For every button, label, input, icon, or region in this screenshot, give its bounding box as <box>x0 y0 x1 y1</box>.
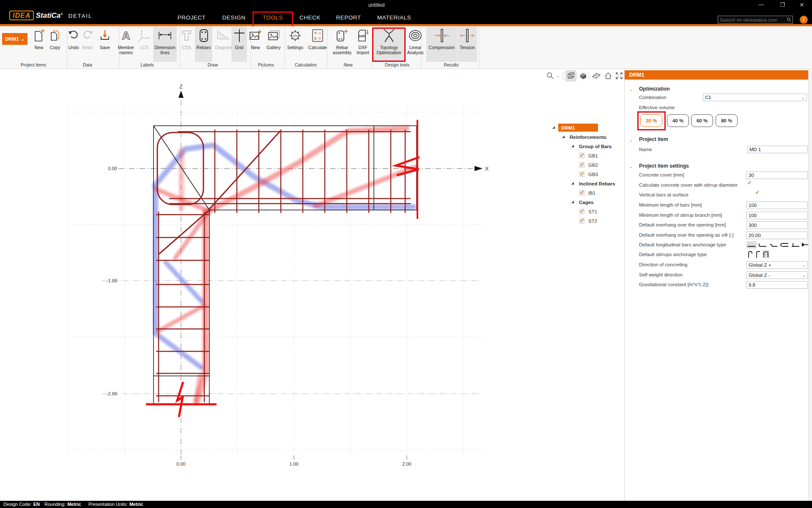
tree-item-group-of-bars[interactable]: Group of Bars <box>579 142 612 150</box>
checkbox-checked-icon[interactable] <box>579 162 584 168</box>
self-weight-direction-select[interactable]: Global Z -⌄ <box>746 271 808 279</box>
tree-expander[interactable] <box>571 201 574 203</box>
min-length-bars-input[interactable] <box>746 202 808 209</box>
dimension-lines-button[interactable]: Dimension lines <box>153 27 177 55</box>
concrete-cover-input[interactable] <box>746 171 808 179</box>
search-icon[interactable] <box>787 17 791 23</box>
save-button[interactable]: Save <box>96 27 113 50</box>
checkbox-checked-icon[interactable] <box>579 209 584 214</box>
name-input[interactable] <box>747 146 808 153</box>
name-label: Name <box>639 147 652 152</box>
checkbox-checked-icon[interactable] <box>579 190 584 196</box>
panel-scrollbar[interactable] <box>808 69 812 501</box>
menu-materials[interactable]: MATERIALS <box>377 14 411 21</box>
home-view-icon[interactable] <box>603 70 614 81</box>
checkbox-checked-icon[interactable] <box>579 153 584 158</box>
checkbox-checked-icon[interactable] <box>754 190 760 196</box>
rebar-assembly-button[interactable]: Rebar assembly <box>332 27 352 55</box>
group-pictures: Pictures <box>258 62 274 67</box>
copy-button[interactable]: Copy <box>47 27 63 50</box>
restore-icon[interactable]: ❐ <box>776 2 788 8</box>
button-label: Dimension lines <box>153 45 177 55</box>
menu-tools[interactable]: TOOLS <box>263 14 283 21</box>
anchorage-hook-45-icon[interactable] <box>768 241 779 248</box>
button-label: CSS <box>179 45 194 50</box>
combination-select[interactable]: C1⌄ <box>703 94 807 101</box>
section-view-icon[interactable] <box>591 70 602 81</box>
minimize-icon[interactable]: — <box>755 1 767 8</box>
tree-item-st2[interactable]: ST2 <box>579 217 597 225</box>
linear-analysis-button[interactable]: Linear Analysis <box>404 27 426 55</box>
menu-design[interactable]: DESIGN <box>222 14 246 21</box>
overhang-mm-input[interactable] <box>746 221 808 229</box>
new-project-item-button[interactable]: New <box>30 27 47 50</box>
tree-item-drm1[interactable]: DRM1 <box>558 124 598 132</box>
volume-40-button[interactable]: 40 % <box>667 114 689 127</box>
setting-label: Default stirrups anchorage type <box>639 252 707 257</box>
stirrup-hook-135-icon[interactable] <box>746 250 753 258</box>
wireframe-view-icon[interactable] <box>565 70 576 81</box>
button-label: Tension <box>458 45 477 50</box>
rebars-button[interactable]: Rebars <box>195 27 212 50</box>
tension-button[interactable]: Tension <box>458 27 477 50</box>
menu-check[interactable]: CHECK <box>299 14 321 21</box>
chevron-down-icon[interactable] <box>629 137 634 142</box>
dxf-import-button[interactable]: DXF DXF Import <box>354 27 372 55</box>
view-toolbar: ⌄ <box>545 69 623 82</box>
overhang-xphi-input[interactable] <box>746 232 808 239</box>
volume-80-button[interactable]: 80 % <box>716 114 738 127</box>
tree-item-ib1[interactable]: IB1 <box>579 189 595 197</box>
zoom-tool-icon[interactable] <box>545 70 556 81</box>
select-value: Global Z + <box>749 262 771 268</box>
gravitational-constant-input[interactable] <box>746 281 808 289</box>
gallery-button[interactable]: Gallery <box>265 27 283 50</box>
close-icon[interactable]: ✕ <box>796 2 808 8</box>
project-item-selector[interactable]: DRM1 <box>2 33 27 45</box>
volume-60-button[interactable]: 60 % <box>691 114 713 127</box>
picture-new-button[interactable]: New <box>248 27 263 50</box>
stirrup-closed-icon[interactable] <box>763 250 769 258</box>
search-input[interactable] <box>718 17 787 22</box>
menu-project[interactable]: PROJECT <box>178 14 206 21</box>
anchorage-hook-90-icon[interactable] <box>757 241 768 248</box>
menu-report[interactable]: REPORT <box>336 14 361 21</box>
tree-item-gb3[interactable]: GB3 <box>579 170 598 178</box>
ribbon: DRM1 New Copy Undo Redo <box>0 26 812 69</box>
min-length-stirrup-input[interactable] <box>746 212 808 219</box>
concreting-direction-select[interactable]: Global Z +⌄ <box>746 261 808 269</box>
tree-expander[interactable] <box>562 135 565 138</box>
zoom-dropdown-icon[interactable]: ⌄ <box>555 70 560 81</box>
tree-item-reinforcements[interactable]: Reinforcements <box>570 133 606 141</box>
anchorage-straight-icon[interactable] <box>746 241 757 248</box>
tree-item-st1[interactable]: ST1 <box>579 207 597 215</box>
volume-20-button[interactable]: 20 % <box>640 114 662 127</box>
chevron-down-icon[interactable] <box>629 164 634 169</box>
member-names-button[interactable]: A Member names <box>117 27 135 55</box>
lcs-axes-icon <box>137 27 152 44</box>
checkbox-checked-icon[interactable] <box>579 171 584 177</box>
tree-expander[interactable] <box>552 126 555 129</box>
anchorage-welded-plate-icon[interactable] <box>801 240 809 248</box>
button-label: Settings <box>287 45 303 50</box>
stirrup-hook-90-icon[interactable] <box>754 250 761 258</box>
fit-view-icon[interactable] <box>614 70 625 81</box>
tree-item-cages[interactable]: Cages <box>579 198 594 206</box>
tree-expander[interactable] <box>571 145 574 147</box>
anchorage-loop-icon[interactable] <box>779 241 790 248</box>
chevron-down-icon[interactable] <box>629 87 634 92</box>
tree-expander[interactable] <box>571 182 574 185</box>
settings-button[interactable]: </> Settings <box>287 27 303 50</box>
checkbox-checked-icon[interactable] <box>747 181 753 187</box>
anchorage-head-plate-icon[interactable] <box>790 241 801 248</box>
tree-item-gb2[interactable]: GB2 <box>579 161 598 169</box>
tree-item-inclined-rebars[interactable]: Inclined Rebars <box>579 179 615 188</box>
info-button[interactable]: i <box>800 16 808 24</box>
topology-optimization-button[interactable]: Topology Optimization <box>373 27 404 55</box>
compression-button[interactable]: Compression <box>426 27 457 50</box>
menubar: IDEA StatiCa® DETAIL PROJECT DESIGN TOOL… <box>0 11 812 25</box>
tree-item-gb1[interactable]: GB1 <box>579 152 598 160</box>
grid-button[interactable]: Grid <box>231 27 247 50</box>
solid-view-icon[interactable] <box>578 70 589 81</box>
checkbox-checked-icon[interactable] <box>579 218 584 224</box>
calculate-button[interactable]: +−×÷ Calculate <box>308 27 327 50</box>
